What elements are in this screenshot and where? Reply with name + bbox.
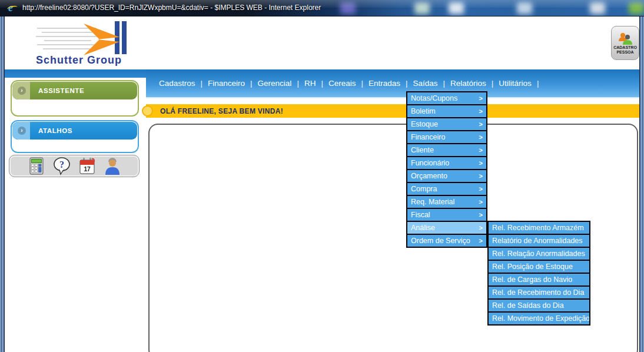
submenu-arrow-icon: > xyxy=(479,108,483,115)
dropdown-item-cliente[interactable]: Cliente> xyxy=(406,143,487,157)
menubar-separator: | xyxy=(443,79,446,88)
submenu-arrow-icon: > xyxy=(479,224,483,231)
relatorios-dropdown: Notas/Cupons>Boletim>Estoque>Financeiro>… xyxy=(406,91,487,248)
dropdown-item-fiscal[interactable]: Fiscal> xyxy=(406,208,487,222)
welcome-message: OLÁ FREELINE, SEJA BEM VINDA! xyxy=(160,107,283,115)
submenu-item-label: Rel. Recebimento Armazém xyxy=(492,224,584,232)
submenu-item-label: Rel. de Saídas do Dia xyxy=(492,301,564,310)
help-icon[interactable]: ? xyxy=(53,157,71,175)
assistente-header[interactable]: › ASSISTENTE xyxy=(12,82,137,99)
internet-explorer-icon: e xyxy=(7,2,19,14)
submenu-item-label: Rel. Movimento de Expedição xyxy=(492,314,590,323)
submenu-item-label: Rel. de Cargas do Navio xyxy=(492,275,572,284)
menubar-separator: | xyxy=(492,79,494,88)
menubar-separator: | xyxy=(250,79,253,88)
dropdown-item-label: Compra xyxy=(411,185,437,193)
cadastro-pessoa-button[interactable]: CADASTRO PESSOA xyxy=(611,26,639,60)
person-icon[interactable] xyxy=(104,157,121,175)
atalhos-header[interactable]: › ATALHOS xyxy=(12,122,137,140)
cadastro-label-line2: PESSOA xyxy=(616,50,633,55)
dropdown-item-orcamento[interactable]: Orçamento> xyxy=(406,169,487,183)
menubar-separator: | xyxy=(406,79,408,88)
submenu-item-label: Rel. de Recebimento do Dia xyxy=(492,288,584,297)
menubar-separator: | xyxy=(537,79,539,88)
svg-text:?: ? xyxy=(59,160,64,170)
window-border-left xyxy=(0,16,5,352)
calendar-icon[interactable]: 17 xyxy=(78,157,96,175)
welcome-bullet-icon xyxy=(142,105,153,117)
welcome-bar: OLÁ FREELINE, SEJA BEM VINDA! xyxy=(146,104,639,118)
dropdown-item-financeiro[interactable]: Financeiro> xyxy=(406,130,487,144)
calculator-icon[interactable] xyxy=(28,157,45,175)
submenu-item-rel-de-cargas-do-navio[interactable]: Rel. de Cargas do Navio xyxy=(487,273,590,287)
expand-arrow-icon: › xyxy=(18,127,26,135)
submenu-item-rel-relacao-anormalidades[interactable]: Rel. Relação Anormalidades xyxy=(487,247,590,261)
logo-text: Schutter Group xyxy=(36,54,122,66)
submenu-item-label: Rel. Relação Anormalidades xyxy=(492,250,585,258)
sidebar-iconbar: ? 17 xyxy=(9,155,140,177)
submenu-item-label: Rel. Posição de Estoque xyxy=(492,263,573,271)
cadastro-label-line1: CADASTRO xyxy=(613,45,637,50)
window-title: http://freeline02:8080/?USER_ID=RnJlZWxp… xyxy=(22,4,321,12)
people-icon xyxy=(617,32,633,45)
submenu-item-rel-de-recebimento-do-dia[interactable]: Rel. de Recebimento do Dia xyxy=(487,285,590,300)
menubar-item-cereais[interactable]: Cereais xyxy=(328,79,356,88)
dropdown-item-label: Análise xyxy=(411,224,435,232)
submenu-arrow-icon: > xyxy=(479,147,483,154)
dropdown-item-ordem-de-servico[interactable]: Ordem de Serviço> xyxy=(406,234,487,248)
submenu-arrow-icon: > xyxy=(479,134,483,141)
submenu-arrow-icon: > xyxy=(479,198,483,205)
expand-arrow-icon: › xyxy=(18,87,26,95)
dropdown-item-compra[interactable]: Compra> xyxy=(406,182,487,196)
submenu-arrow-icon: > xyxy=(479,185,483,192)
dropdown-item-label: Boletim xyxy=(411,107,436,115)
submenu-item-label: Relatório de Anormalidades xyxy=(492,237,583,245)
submenu-arrow-icon: > xyxy=(479,160,483,167)
menubar-separator: | xyxy=(321,79,323,88)
submenu-item-relatorio-de-anormalidades[interactable]: Relatório de Anormalidades xyxy=(487,234,590,248)
menubar-item-rh[interactable]: RH xyxy=(304,79,316,88)
window-border-right xyxy=(639,16,644,352)
submenu-arrow-icon: > xyxy=(479,95,483,102)
submenu-arrow-icon: > xyxy=(479,211,483,218)
menubar-item-relatorios[interactable]: Relatórios xyxy=(450,79,486,88)
menubar-item-saidas[interactable]: Saídas xyxy=(413,79,438,88)
dropdown-item-label: Cliente xyxy=(411,146,434,154)
dropdown-item-label: Notas/Cupons xyxy=(411,94,457,102)
dropdown-item-label: Financeiro xyxy=(411,133,445,141)
menubar-items: Cadastros|Financeiro|Gerencial|RH|Cereai… xyxy=(159,79,544,88)
dropdown-item-funcionario[interactable]: Funcionário> xyxy=(406,156,487,170)
submenu-arrow-icon: > xyxy=(479,172,483,180)
menubar-item-entradas[interactable]: Entradas xyxy=(369,79,400,88)
dropdown-item-estoque[interactable]: Estoque> xyxy=(406,117,487,131)
menubar-separator: | xyxy=(361,79,363,88)
calendar-day: 17 xyxy=(84,166,91,172)
submenu-item-rel-movimento-de-expedicao[interactable]: Rel. Movimento de Expedição xyxy=(487,311,590,326)
menubar-item-utilitarios[interactable]: Utilitários xyxy=(499,79,532,88)
submenu-item-rel-recebimento-armazem[interactable]: Rel. Recebimento Armazém xyxy=(487,221,590,235)
submenu-item-rel-posicao-de-estoque[interactable]: Rel. Posição de Estoque xyxy=(487,260,590,274)
dropdown-item-boletim[interactable]: Boletim> xyxy=(406,104,487,118)
submenu-arrow-icon: > xyxy=(479,237,483,244)
menubar-item-cadastros[interactable]: Cadastros xyxy=(159,79,195,88)
dropdown-item-req-material[interactable]: Req. Material> xyxy=(406,195,487,209)
menubar-item-financeiro[interactable]: Financeiro xyxy=(208,79,245,88)
assistente-label: ASSISTENTE xyxy=(38,82,84,99)
title-bar: e http://freeline02:8080/?USER_ID=RnJlZW… xyxy=(0,0,644,16)
dropdown-item-label: Req. Material xyxy=(411,198,454,206)
analise-submenu: Rel. Recebimento ArmazémRelatório de Ano… xyxy=(487,221,590,326)
assistente-panel: › ASSISTENTE xyxy=(11,80,139,117)
dropdown-item-analise[interactable]: Análise> xyxy=(406,221,487,235)
atalhos-panel: › ATALHOS xyxy=(11,120,139,153)
atalhos-label: ATALHOS xyxy=(38,122,72,140)
dropdown-item-label: Fiscal xyxy=(411,211,430,219)
submenu-item-rel-de-saidas-do-dia[interactable]: Rel. de Saídas do Dia xyxy=(487,298,590,313)
dropdown-item-label: Ordem de Serviço xyxy=(411,237,470,245)
menubar-separator: | xyxy=(297,79,299,88)
menubar-item-gerencial[interactable]: Gerencial xyxy=(258,79,292,88)
schutter-group-logo: Schutter Group xyxy=(26,20,150,66)
dropdown-item-label: Orçamento xyxy=(411,172,447,180)
menubar-separator: | xyxy=(201,79,203,88)
dropdown-item-notas-cupons[interactable]: Notas/Cupons> xyxy=(406,91,487,105)
browser-window: e http://freeline02:8080/?USER_ID=RnJlZW… xyxy=(0,0,644,352)
